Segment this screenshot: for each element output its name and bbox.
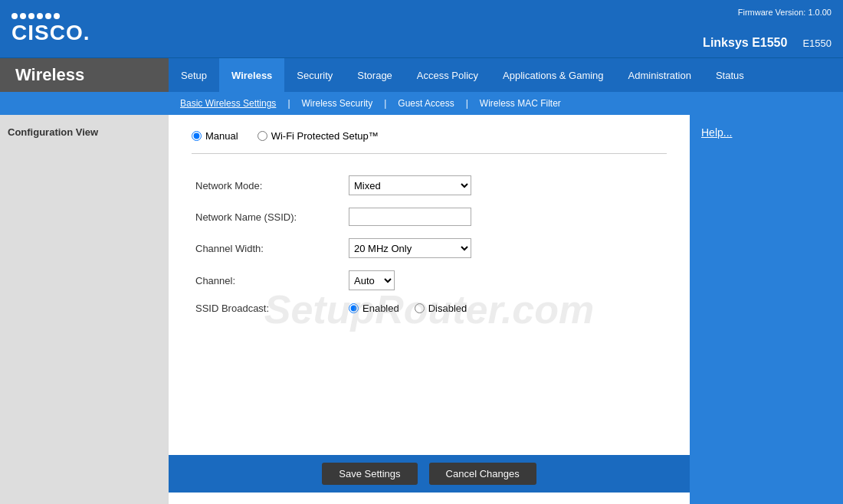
manual-label: Manual bbox=[205, 130, 238, 142]
ssid-broadcast-row: SSID Broadcast: Enabled Disabled bbox=[192, 296, 667, 320]
manual-radio[interactable] bbox=[192, 131, 202, 141]
ssid-input[interactable] bbox=[349, 208, 471, 226]
nav-tab-security[interactable]: Security bbox=[284, 58, 345, 92]
ssid-broadcast-options: Enabled Disabled bbox=[349, 303, 663, 314]
nav-tab-setup[interactable]: Setup bbox=[169, 58, 219, 92]
channel-select[interactable]: Auto 1234 5678 91011 bbox=[349, 270, 395, 290]
sub-nav-basic-wireless[interactable]: Basic Wireless Settings bbox=[169, 98, 287, 109]
page-title: Wireless bbox=[15, 65, 84, 85]
channel-width-row: Channel Width: 20 MHz Only Auto (20 MHz … bbox=[192, 232, 667, 264]
ssid-label: Network Name (SSID): bbox=[192, 201, 345, 232]
ssid-enabled-label[interactable]: Enabled bbox=[349, 303, 399, 314]
nav-tab-status[interactable]: Status bbox=[704, 58, 756, 92]
main-content: Configuration View SetupRouter.com Manua… bbox=[0, 115, 843, 504]
sub-nav-wireless-security[interactable]: Wireless Security bbox=[290, 98, 385, 109]
channel-width-label: Channel Width: bbox=[192, 232, 345, 264]
ssid-row: Network Name (SSID): bbox=[192, 201, 667, 232]
nav-tab-access-policy[interactable]: Access Policy bbox=[405, 58, 490, 92]
device-info: Linksys E1550 E1550 bbox=[703, 36, 832, 50]
settings-form: Network Mode: Mixed Wireless-B Only Wire… bbox=[192, 169, 667, 320]
wps-label: Wi-Fi Protected Setup™ bbox=[271, 130, 379, 142]
channel-width-select[interactable]: 20 MHz Only Auto (20 MHz or 40 MHz) bbox=[349, 238, 471, 258]
help-link[interactable]: Help... bbox=[701, 126, 732, 139]
channel-width-field: 20 MHz Only Auto (20 MHz or 40 MHz) bbox=[345, 232, 667, 264]
cisco-brand-text: CISCO. bbox=[11, 21, 90, 45]
config-view-label: Configuration View bbox=[8, 126, 98, 138]
help-panel: Help... bbox=[690, 115, 843, 504]
sub-nav-wireless-mac-filter[interactable]: Wireless MAC Filter bbox=[468, 98, 572, 109]
nav-tabs: Setup Wireless Security Storage Access P… bbox=[169, 58, 756, 92]
sub-nav-guest-access[interactable]: Guest Access bbox=[386, 98, 465, 109]
firmware-version: Firmware Version: 1.0.00 bbox=[738, 8, 832, 17]
ssid-enabled-text: Enabled bbox=[362, 303, 399, 314]
radio-row: Manual Wi-Fi Protected Setup™ bbox=[192, 130, 667, 154]
ssid-broadcast-label: SSID Broadcast: bbox=[192, 296, 345, 320]
page-title-area: Wireless bbox=[0, 58, 169, 92]
nav-bar: Wireless Setup Wireless Security Storage… bbox=[0, 57, 843, 92]
bottom-buttons: Save Settings Cancel Changes bbox=[169, 455, 690, 493]
ssid-broadcast-field: Enabled Disabled bbox=[345, 296, 667, 320]
network-mode-label: Network Mode: bbox=[192, 169, 345, 201]
ssid-enabled-radio[interactable] bbox=[349, 303, 359, 313]
sidebar: Configuration View bbox=[0, 115, 169, 504]
ssid-disabled-label[interactable]: Disabled bbox=[415, 303, 467, 314]
cisco-dots-icon bbox=[11, 13, 60, 19]
device-name: Linksys E1550 bbox=[703, 36, 787, 50]
ssid-disabled-text: Disabled bbox=[428, 303, 467, 314]
nav-tab-applications-gaming[interactable]: Applications & Gaming bbox=[490, 58, 616, 92]
manual-radio-label[interactable]: Manual bbox=[192, 130, 238, 142]
nav-tab-administration[interactable]: Administration bbox=[616, 58, 704, 92]
wps-radio[interactable] bbox=[257, 131, 267, 141]
network-mode-select[interactable]: Mixed Wireless-B Only Wireless-G Only Wi… bbox=[349, 175, 471, 195]
header: CISCO. Firmware Version: 1.0.00 Linksys … bbox=[0, 0, 843, 57]
nav-tab-wireless[interactable]: Wireless bbox=[219, 58, 284, 92]
ssid-disabled-radio[interactable] bbox=[415, 303, 425, 313]
channel-field: Auto 1234 5678 91011 bbox=[345, 264, 667, 296]
cancel-button[interactable]: Cancel Changes bbox=[429, 463, 536, 485]
sub-nav: Basic Wireless Settings | Wireless Secur… bbox=[0, 92, 843, 115]
nav-tab-storage[interactable]: Storage bbox=[345, 58, 405, 92]
wps-radio-label[interactable]: Wi-Fi Protected Setup™ bbox=[257, 130, 379, 142]
network-mode-row: Network Mode: Mixed Wireless-B Only Wire… bbox=[192, 169, 667, 201]
device-model: E1550 bbox=[802, 38, 832, 49]
network-mode-field: Mixed Wireless-B Only Wireless-G Only Wi… bbox=[345, 169, 667, 201]
save-button[interactable]: Save Settings bbox=[322, 463, 417, 485]
ssid-field bbox=[345, 201, 667, 232]
content-panel: SetupRouter.com Manual Wi-Fi Protected S… bbox=[169, 115, 690, 504]
cisco-logo: CISCO. bbox=[11, 13, 90, 45]
channel-row: Channel: Auto 1234 5678 91011 bbox=[192, 264, 667, 296]
channel-label: Channel: bbox=[192, 264, 345, 296]
